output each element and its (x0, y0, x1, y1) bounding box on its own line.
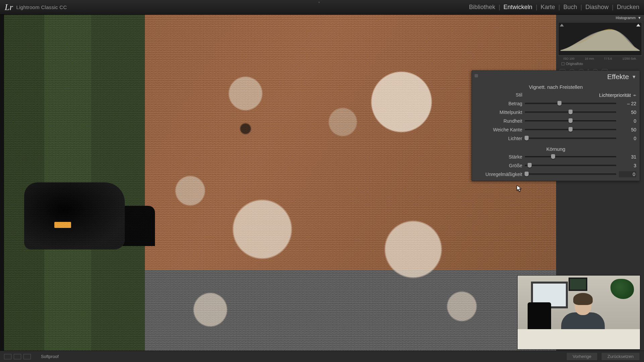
module-nav: Bibliothek|Entwickeln|Karte|Buch|Diashow… (469, 4, 639, 11)
grain-slider-1[interactable] (525, 165, 616, 166)
vignette-label-1: Mittelpunkt (475, 110, 522, 115)
topbar: Lr Lightroom Classic CC ▾ Bibliothek|Ent… (0, 0, 644, 15)
bottombar: Softproof Vorherige Zurücksetzen (0, 351, 644, 362)
vignette-slider-4[interactable] (525, 138, 616, 139)
vignette-slider-knob-4[interactable] (525, 136, 529, 140)
pip-desk (518, 329, 640, 349)
app-name: Lightroom Classic CC (16, 4, 67, 10)
panel-toggle-switch[interactable] (475, 74, 478, 77)
vignette-slider-1[interactable] (525, 112, 616, 113)
vignette-slider-knob-0[interactable] (557, 101, 561, 106)
histogram-header[interactable]: Histogramm ▼ (556, 15, 644, 21)
nav-diashow[interactable]: Diashow (585, 4, 608, 11)
effects-panel: Effekte ▼ Vignett. nach Freistellen Stil… (472, 70, 640, 181)
nav-karte[interactable]: Karte (541, 4, 555, 11)
grain-slider-0[interactable] (525, 156, 616, 158)
grain-row-0: Stärke31 (472, 153, 640, 161)
chevron-down-icon: ▼ (638, 16, 641, 20)
nav-buch[interactable]: Buch (564, 4, 577, 11)
topbar-grip-icon[interactable]: ▾ (318, 1, 326, 3)
vignette-row-0: Betrag– 22 (472, 99, 640, 108)
vignette-label-3: Weiche Kante (475, 127, 522, 132)
webcam-overlay (518, 276, 640, 349)
chevron-down-icon[interactable]: ▼ (632, 74, 636, 79)
vignette-value-0[interactable]: – 22 (619, 101, 636, 106)
effects-panel-title: Effekte (607, 73, 629, 81)
grain-row-2: Unregelmäßigkeit0 (472, 170, 640, 179)
effects-panel-header[interactable]: Effekte ▼ (472, 71, 640, 83)
vignette-slider-2[interactable] (525, 120, 616, 122)
vignette-section-title: Vignett. nach Freistellen (472, 83, 640, 90)
vignette-style-dropdown[interactable]: Lichterpriorität ◂▸ (525, 92, 636, 98)
reset-button[interactable]: Zurücksetzen (601, 352, 640, 361)
exif-shutter: 1/250 Sek. (622, 57, 637, 60)
view-mode-split-icon[interactable] (23, 354, 31, 359)
nav-bibliothek[interactable]: Bibliothek (469, 4, 495, 11)
grain-label-0: Stärke (475, 154, 522, 160)
vignette-row-3: Weiche Kante50 (472, 125, 640, 134)
softproof-toggle[interactable]: Softproof (41, 354, 59, 359)
grain-value-2[interactable]: 0 (619, 171, 636, 177)
grain-slider-knob-1[interactable] (528, 163, 532, 168)
vignette-slider-knob-3[interactable] (569, 127, 573, 132)
grain-value-0[interactable]: 31 (619, 154, 636, 160)
vignette-style-label: Stil (475, 92, 522, 98)
vignette-value-4[interactable]: 0 (619, 136, 636, 141)
photo-car-shape (24, 182, 125, 249)
histogram[interactable] (558, 22, 642, 56)
checkbox-icon[interactable] (561, 62, 565, 65)
vignette-row-1: Mittelpunkt50 (472, 108, 640, 117)
view-mode-before-after-icon[interactable] (14, 354, 21, 359)
pip-plant (610, 279, 634, 299)
app-logo: Lr (5, 2, 13, 12)
vignette-style-row: Stil Lichterpriorität ◂▸ (472, 90, 640, 99)
grain-slider-knob-0[interactable] (551, 154, 555, 159)
photo-licence-plate (54, 222, 71, 228)
vignette-slider-0[interactable] (525, 103, 616, 104)
grain-row-1: Größe3 (472, 161, 640, 170)
vignette-value-2[interactable]: 0 (619, 118, 636, 124)
pip-picture-frame (569, 278, 587, 291)
vignette-row-4: Lichter0 (472, 134, 640, 143)
vignette-value-1[interactable]: 50 (619, 110, 636, 115)
original-photo-label: Originalfoto (566, 62, 583, 66)
exif-focal: 16 mm (585, 57, 594, 60)
grain-slider-2[interactable] (525, 174, 616, 175)
vignette-slider-3[interactable] (525, 129, 616, 130)
vignette-slider-knob-1[interactable] (569, 110, 573, 114)
original-photo-toggle[interactable]: Originalfoto (558, 61, 642, 66)
exif-aperture: f / 5.6 (604, 57, 612, 60)
nav-drucken[interactable]: Drucken (617, 4, 639, 11)
histogram-curve (560, 24, 640, 51)
vignette-row-2: Rundheit0 (472, 117, 640, 125)
nav-entwickeln[interactable]: Entwickeln (503, 4, 532, 11)
vignette-label-4: Lichter (475, 136, 522, 141)
grain-value-1[interactable]: 3 (619, 163, 636, 168)
exif-iso: ISO 100 (563, 57, 574, 60)
previous-button[interactable]: Vorherige (566, 352, 598, 361)
vignette-label-0: Betrag (475, 101, 522, 106)
grain-label-2: Unregelmäßigkeit (475, 172, 522, 177)
vignette-label-2: Rundheit (475, 118, 522, 124)
vignette-value-3[interactable]: 50 (619, 127, 636, 132)
grain-section-title: Körnung (472, 145, 640, 153)
vignette-slider-knob-2[interactable] (569, 118, 573, 123)
histogram-exif: ISO 100 16 mm f / 5.6 1/250 Sek. (558, 56, 642, 61)
view-mode-loupe-icon[interactable] (4, 354, 11, 359)
histogram-title: Histogramm (616, 16, 636, 20)
dropdown-arrows-icon: ◂▸ (633, 93, 636, 97)
grain-slider-knob-2[interactable] (525, 172, 529, 176)
grain-label-1: Größe (475, 163, 522, 168)
vignette-style-value: Lichterpriorität (599, 92, 631, 98)
